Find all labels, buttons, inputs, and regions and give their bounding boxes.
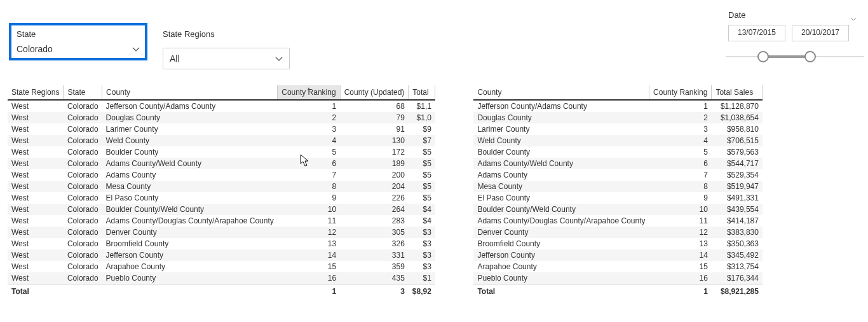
table-row[interactable]: WestColoradoPueblo County16435$1 [8, 272, 435, 284]
cell-total-sales: $345,492 [712, 249, 763, 261]
table-row[interactable]: Mesa County8$519,947 [473, 181, 763, 192]
table-row[interactable]: WestColoradoBoulder County/Weld County10… [8, 204, 435, 215]
cell-county-ranking: 4 [278, 135, 340, 146]
table-row[interactable]: WestColoradoAdams County7200$5 [8, 169, 435, 181]
table-row[interactable]: Boulder County5$579,563 [473, 146, 763, 158]
date-slicer[interactable]: Date 13/07/2015 20/10/2017 [728, 10, 862, 63]
state-slicer-value: Colorado [17, 44, 53, 54]
col-total[interactable]: Total [409, 85, 435, 100]
footer-label: Total [8, 284, 64, 299]
cell-state-regions: West [8, 123, 64, 135]
table-row[interactable]: WestColoradoMesa County8204$5 [8, 181, 435, 192]
cell-county-ranking: 16 [649, 272, 712, 284]
cell-total: $9 [409, 123, 435, 135]
cell-county: Douglas County [473, 112, 649, 123]
table-row[interactable]: Adams County7$529,354 [473, 169, 763, 181]
col-total-sales[interactable]: Total Sales [712, 85, 763, 100]
footer-total: $8,92 [409, 284, 435, 299]
date-range-slider[interactable] [728, 50, 862, 63]
table-row[interactable]: WestColoradoJefferson County14331$3 [8, 249, 435, 261]
table-row[interactable]: WestColoradoBroomfield County13326$3 [8, 238, 435, 249]
cell-county-ranking: 10 [278, 204, 340, 215]
state-slicer-dropdown[interactable]: Colorado [15, 44, 141, 54]
cell-total: $1 [409, 272, 435, 284]
cell-county-ranking: 12 [649, 227, 712, 238]
slider-handle-start[interactable] [757, 51, 769, 62]
cell-county-ranking: 7 [278, 169, 340, 181]
table-row[interactable]: WestColoradoBoulder County5172$5 [8, 146, 435, 158]
col-county-ranking[interactable]: ▲County Ranking [278, 85, 340, 100]
table-row[interactable]: Broomfield County13$350,363 [473, 238, 763, 249]
table-row[interactable]: WestColoradoWeld County4130$7 [8, 135, 435, 146]
chevron-down-icon [132, 45, 140, 53]
cell-county-ranking: 8 [278, 181, 340, 192]
chevron-down-icon[interactable] [850, 14, 857, 23]
col-state-regions[interactable]: State Regions [8, 85, 64, 100]
table-row[interactable]: WestColoradoEl Paso County9226$5 [8, 192, 435, 204]
cell-county: Pueblo County [102, 272, 278, 284]
cell-state: Colorado [64, 112, 102, 123]
cell-state: Colorado [64, 204, 102, 215]
date-to-input[interactable]: 20/10/2017 [792, 25, 849, 41]
cell-total: $1,0 [409, 112, 435, 123]
state-regions-slicer-label: State Regions [163, 29, 290, 39]
table-row[interactable]: Adams County/Weld County6$544,717 [473, 158, 763, 169]
table-row[interactable]: Jefferson County14$345,492 [473, 249, 763, 261]
cell-state-regions: West [8, 249, 64, 261]
cell-county-updated: 305 [340, 227, 409, 238]
col-county[interactable]: County [473, 85, 649, 100]
table-row[interactable]: El Paso County9$491,331 [473, 192, 763, 204]
cell-county-updated: 200 [340, 169, 409, 181]
cell-state-regions: West [8, 181, 64, 192]
cell-state-regions: West [8, 135, 64, 146]
cell-state: Colorado [64, 146, 102, 158]
cell-state-regions: West [8, 112, 64, 123]
table-row[interactable]: Larimer County3$958,810 [473, 123, 763, 135]
total-sales-table[interactable]: County County Ranking Total Sales Jeffer… [473, 85, 763, 298]
date-from-input[interactable]: 13/07/2015 [728, 25, 785, 41]
table-row[interactable]: WestColoradoJefferson County/Adams Count… [8, 100, 435, 112]
cell-county: Mesa County [102, 181, 278, 192]
cell-county-updated: 435 [340, 272, 409, 284]
table-row[interactable]: WestColoradoAdams County/Douglas County/… [8, 215, 435, 227]
col-state[interactable]: State [64, 85, 102, 100]
cell-county-ranking: 10 [649, 204, 712, 215]
table-row[interactable]: WestColoradoDenver County12305$3 [8, 227, 435, 238]
footer-updated: 3 [340, 284, 409, 299]
table-row[interactable]: WestColoradoArapahoe County15359$3 [8, 261, 435, 272]
cell-county-ranking: 2 [649, 112, 712, 123]
table-row[interactable]: Jefferson County/Adams County1$1,128,870 [473, 100, 763, 112]
slider-handle-end[interactable] [804, 51, 816, 62]
footer-total-sales: $8,921,285 [712, 284, 763, 299]
col-county-ranking[interactable]: County Ranking [649, 85, 712, 100]
sort-asc-icon: ▲ [306, 86, 311, 92]
cell-county-ranking: 12 [278, 227, 340, 238]
table-row[interactable]: Pueblo County16$176,344 [473, 272, 763, 284]
table-row[interactable]: WestColoradoDouglas County279$1,0 [8, 112, 435, 123]
cell-county: Boulder County [102, 146, 278, 158]
county-ranking-table[interactable]: State Regions State County ▲County Ranki… [8, 85, 435, 298]
table-row[interactable]: Douglas County2$1,038,654 [473, 112, 763, 123]
cell-county: Weld County [102, 135, 278, 146]
state-slicer[interactable]: State Colorado [9, 23, 147, 60]
cell-county: Adams County [473, 169, 649, 181]
table-row[interactable]: WestColoradoAdams County/Weld County6189… [8, 158, 435, 169]
col-county-updated[interactable]: County (Updated) [340, 85, 409, 100]
table-row[interactable]: WestColoradoLarimer County391$9 [8, 123, 435, 135]
cell-total-sales: $414,187 [712, 215, 763, 227]
state-regions-slicer-dropdown[interactable]: All [163, 48, 290, 69]
table-row[interactable]: Adams County/Douglas County/Arapahoe Cou… [473, 215, 763, 227]
table-row[interactable]: Boulder County/Weld County10$439,554 [473, 204, 763, 215]
cell-county: Adams County/Weld County [473, 158, 649, 169]
cell-total: $3 [409, 261, 435, 272]
cell-state: Colorado [64, 158, 102, 169]
table-row[interactable]: Weld County4$706,515 [473, 135, 763, 146]
table-row[interactable]: Denver County12$383,830 [473, 227, 763, 238]
cell-county: Broomfield County [473, 238, 649, 249]
col-county[interactable]: County [102, 85, 278, 100]
cell-state-regions: West [8, 215, 64, 227]
table-row[interactable]: Arapahoe County15$313,754 [473, 261, 763, 272]
cell-county-ranking: 1 [649, 100, 712, 112]
cell-state-regions: West [8, 192, 64, 204]
state-regions-slicer[interactable]: State Regions All [163, 29, 290, 69]
